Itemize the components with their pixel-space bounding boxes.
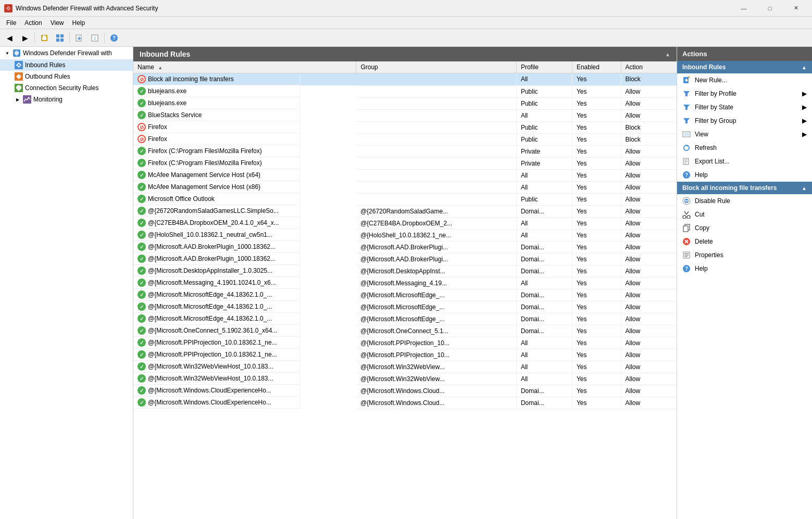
rule-name-cell: ✓@{Microsoft.Win32WebViewHost_10.0.183..… <box>133 361 300 373</box>
rule-name-cell: ✓@{Microsoft.MicrosoftEdge_44.18362.1.0_… <box>133 289 300 301</box>
action-disable-rule[interactable]: Disable Rule <box>677 194 812 208</box>
actions-inbound-section-header[interactable]: Inbound Rules ▲ <box>677 61 812 73</box>
menu-file[interactable]: File <box>2 18 20 28</box>
table-row[interactable]: ✓Firefox (C:\Program Files\Mozilla Firef… <box>133 145 677 157</box>
inbound-section-collapse-arrow: ▲ <box>802 65 807 70</box>
nav-inbound-rules[interactable]: Inbound Rules <box>0 59 133 71</box>
action-refresh[interactable]: Refresh <box>677 141 812 155</box>
rule-name: McAfee Management Service Host (x86) <box>148 183 260 191</box>
rule-enabled-cell: Yes <box>572 325 621 337</box>
table-row[interactable]: ✓@{26720RandomSaladGamesLLC.SimpleSo...@… <box>133 205 677 217</box>
actions-selected-section-header[interactable]: Block all incoming file transfers ▲ <box>677 182 812 194</box>
action-new-rule[interactable]: New Rule... <box>677 73 812 87</box>
action-help-selected[interactable]: ? Help <box>677 262 812 275</box>
table-row[interactable]: ✓@{Microsoft.Messaging_4.1901.10241.0_x6… <box>133 277 677 289</box>
table-row[interactable]: ✓@{Microsoft.AAD.BrokerPlugin_1000.18362… <box>133 241 677 253</box>
nav-outbound-label: Outbound Rules <box>25 73 70 80</box>
col-header-action[interactable]: Action <box>621 61 677 73</box>
close-button[interactable]: ✕ <box>784 1 808 16</box>
table-row[interactable]: ✓@{Microsoft.MicrosoftEdge_44.18362.1.0_… <box>133 301 677 313</box>
action-filter-state[interactable]: Filter by State ▶ <box>677 100 812 114</box>
table-row[interactable]: ✓BlueStacks ServiceAllYesAllow <box>133 109 677 121</box>
table-row[interactable]: ✓McAfee Management Service Host (x86)All… <box>133 181 677 193</box>
table-row[interactable]: ✓@{HoloShell_10.0.18362.1_neutral_cw5n1.… <box>133 229 677 241</box>
help-button[interactable]: ? <box>107 31 121 45</box>
table-row[interactable]: ✓@{C27EB4BA.DropboxOEM_20.4.1.0_x64_x...… <box>133 217 677 229</box>
monitoring-icon <box>23 95 31 104</box>
action-export-list[interactable]: Export List... <box>677 155 812 168</box>
col-header-profile[interactable]: Profile <box>516 61 572 73</box>
rules-table[interactable]: Name ▲ Group Profile Enabled Action ⊘Blo… <box>133 61 677 519</box>
table-row[interactable]: ✓@{Microsoft.Windows.CloudExperienceHo..… <box>133 385 677 397</box>
table-row[interactable]: ✓@{Microsoft.AAD.BrokerPlugin_1000.18362… <box>133 253 677 265</box>
table-row[interactable]: ✓McAfee Management Service Host (x64)All… <box>133 169 677 181</box>
export-button[interactable] <box>72 31 86 45</box>
col-header-group[interactable]: Group <box>356 61 517 73</box>
forward-button[interactable]: ▶ <box>18 31 32 45</box>
maximize-button[interactable]: □ <box>758 1 782 16</box>
table-row[interactable]: ✓@{Microsoft.Win32WebViewHost_10.0.183..… <box>133 373 677 385</box>
rule-profile-cell: All <box>516 277 572 289</box>
menu-action[interactable]: Action <box>20 18 46 28</box>
block-icon: ⊘ <box>138 135 146 143</box>
action-view[interactable]: View ▶ <box>677 128 812 141</box>
nav-expand-arrow: ▼ <box>4 50 10 56</box>
action-copy[interactable]: Copy <box>677 221 812 235</box>
action-help-inbound[interactable]: ? Help <box>677 168 812 182</box>
rule-action-cell: Allow <box>621 313 677 325</box>
action-cut[interactable]: Cut <box>677 208 812 221</box>
allow-icon: ✓ <box>138 99 146 107</box>
table-row[interactable]: ⊘Block all incoming file transfersAllYes… <box>133 73 677 86</box>
action-new-rule-label: New Rule... <box>695 77 727 84</box>
rule-profile-cell: All <box>516 337 572 349</box>
rule-name: Firefox <box>148 123 167 131</box>
table-row[interactable]: ✓@{Microsoft.OneConnect_5.1902.361.0_x64… <box>133 325 677 337</box>
rule-group-cell: @{Microsoft.Win32WebView... <box>356 373 517 385</box>
show-hide-button[interactable] <box>53 31 67 45</box>
action-filter-group[interactable]: Filter by Group ▶ <box>677 114 812 128</box>
minimize-button[interactable]: — <box>732 1 756 16</box>
table-row[interactable]: ✓@{Microsoft.DesktopAppInstaller_1.0.302… <box>133 265 677 277</box>
col-header-enabled[interactable]: Enabled <box>572 61 621 73</box>
rule-name-cell: ✓@{Microsoft.PPIProjection_10.0.18362.1_… <box>133 349 300 361</box>
table-row[interactable]: ✓Firefox (C:\Program Files\Mozilla Firef… <box>133 157 677 169</box>
table-row[interactable]: ✓@{Microsoft.PPIProjection_10.0.18362.1_… <box>133 337 677 349</box>
action-filter-profile[interactable]: Filter by Profile ▶ <box>677 87 812 100</box>
table-row[interactable]: ⊘FirefoxPublicYesBlock <box>133 121 677 133</box>
back-button[interactable]: ◀ <box>2 31 17 45</box>
rule-action-cell: Allow <box>621 229 677 241</box>
allow-icon: ✓ <box>138 338 146 347</box>
menu-view[interactable]: View <box>46 18 68 28</box>
menu-help[interactable]: Help <box>68 18 90 28</box>
nav-root-firewall[interactable]: ▼ Windows Defender Firewall with <box>0 47 133 59</box>
action-export-label: Export List... <box>695 158 730 165</box>
action-delete[interactable]: Delete <box>677 235 812 248</box>
filter-state-arrow: ▶ <box>802 104 807 111</box>
table-row[interactable]: ✓bluejeans.exePublicYesAllow <box>133 85 677 97</box>
allow-icon: ✓ <box>138 243 146 251</box>
main-container: ▼ Windows Defender Firewall with Inbound… <box>0 47 812 519</box>
table-row[interactable]: ✓@{Microsoft.MicrosoftEdge_44.18362.1.0_… <box>133 289 677 301</box>
rule-name-cell: ✓BlueStacks Service <box>133 109 300 121</box>
table-row[interactable]: ✓@{Microsoft.Win32WebViewHost_10.0.183..… <box>133 361 677 373</box>
table-row[interactable]: ✓@{Microsoft.PPIProjection_10.0.18362.1_… <box>133 349 677 361</box>
rule-enabled-cell: Yes <box>572 373 621 385</box>
table-row[interactable]: ✓Microsoft Office OutlookPublicYesAllow <box>133 193 677 205</box>
nav-monitoring-arrow: ▶ <box>15 96 21 103</box>
table-row[interactable]: ✓@{Microsoft.Windows.CloudExperienceHo..… <box>133 397 677 409</box>
nav-connection-label: Connection Security Rules <box>25 84 98 92</box>
nav-connection-security[interactable]: Connection Security Rules <box>0 82 133 94</box>
nav-outbound-rules[interactable]: Outbound Rules <box>0 71 133 82</box>
table-row[interactable]: ⊘FirefoxPublicYesBlock <box>133 133 677 145</box>
rule-profile-cell: All <box>516 217 572 229</box>
action-properties[interactable]: Properties <box>677 248 812 262</box>
up-button[interactable] <box>37 31 52 45</box>
col-header-name[interactable]: Name ▲ <box>133 61 356 73</box>
table-row[interactable]: ✓@{Microsoft.MicrosoftEdge_44.18362.1.0_… <box>133 313 677 325</box>
action-properties-label: Properties <box>695 251 723 259</box>
properties-button[interactable]: i <box>88 31 102 45</box>
table-row[interactable]: ✓bluejeans.exePublicYesAllow <box>133 97 677 109</box>
nav-monitoring[interactable]: ▶ Monitoring <box>0 94 133 105</box>
rule-action-cell: Allow <box>621 361 677 373</box>
rule-action-cell: Allow <box>621 289 677 301</box>
